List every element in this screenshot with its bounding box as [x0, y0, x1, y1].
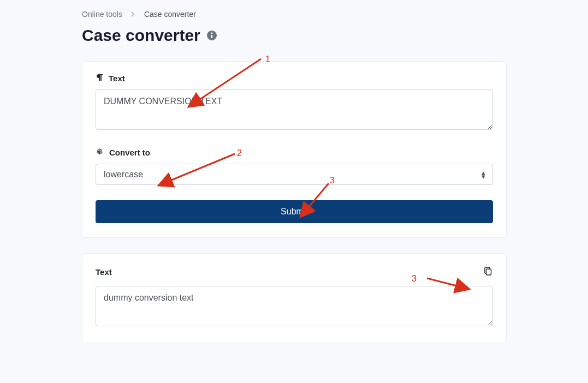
convert-to-field-label: Convert to [96, 147, 493, 157]
info-icon[interactable] [207, 31, 217, 40]
output-label: Text [96, 267, 112, 277]
output-text[interactable]: dummy conversion text [96, 286, 493, 326]
copy-icon [483, 269, 492, 277]
fingerprint-icon [96, 147, 104, 157]
page-title: Case converter [82, 26, 200, 45]
breadcrumb-parent-link[interactable]: Online tools [82, 10, 122, 19]
svg-rect-3 [486, 269, 491, 275]
breadcrumb-current: Case converter [144, 10, 196, 19]
convert-to-select[interactable]: lowercase [96, 164, 493, 185]
convert-to-label-text: Convert to [109, 148, 150, 157]
text-input[interactable]: DUMMY CONVERSION TEXT [96, 89, 493, 130]
svg-point-0 [211, 33, 212, 34]
text-field-label: Text [96, 74, 493, 83]
svg-rect-1 [211, 35, 212, 38]
copy-button[interactable] [482, 266, 493, 278]
submit-button[interactable]: Submit [96, 200, 493, 223]
paragraph-icon [96, 74, 103, 83]
text-label-text: Text [109, 74, 125, 83]
breadcrumb: Online tools Case converter [82, 10, 507, 19]
chevron-right-icon [131, 10, 135, 19]
input-card: Text DUMMY CONVERSION TEXT Convert to lo… [82, 61, 507, 238]
output-card: Text dummy conversion text [82, 253, 507, 343]
